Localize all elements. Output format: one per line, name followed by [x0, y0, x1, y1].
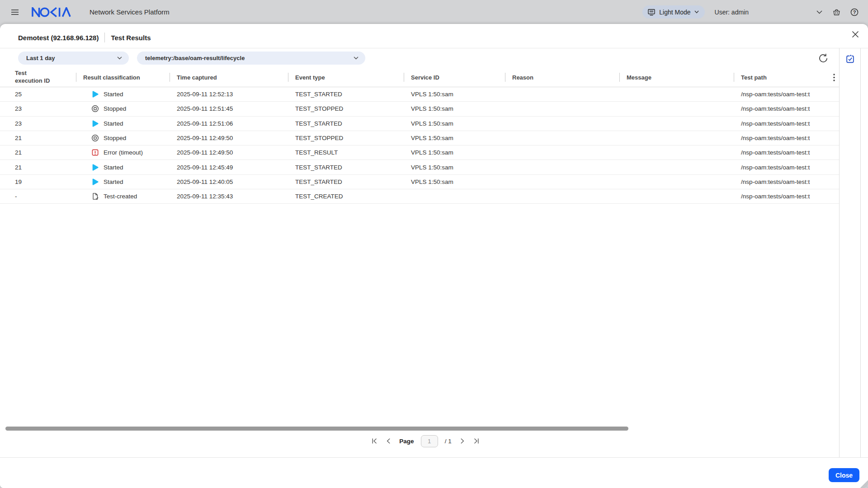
- cell-service-id: [404, 189, 505, 203]
- subscription-select[interactable]: telemetry:/base/oam-result/lifecycle: [137, 52, 365, 65]
- cell-service-id: VPLS 1:50:sam: [404, 160, 505, 174]
- table-row[interactable]: 21Stopped2025-09-11 12:49:50TEST_STOPPED…: [0, 131, 839, 145]
- chevron-down-icon: [117, 56, 122, 60]
- classification-label: Started: [104, 164, 123, 171]
- column-header-event-type[interactable]: Event type: [288, 68, 404, 87]
- stop-circle-icon: [91, 105, 99, 113]
- cell-service-id: VPLS 1:50:sam: [404, 102, 505, 116]
- cell-execution-id: -: [0, 189, 76, 203]
- cell-time-captured: 2025-09-11 12:40:05: [170, 175, 288, 189]
- session-chevron-icon[interactable]: [816, 10, 822, 14]
- cell-classification: Stopped: [76, 131, 170, 145]
- column-header-label: Time captured: [177, 74, 217, 81]
- resize-grip[interactable]: [860, 480, 868, 488]
- cell-time-captured: 2025-09-11 12:51:45: [170, 102, 288, 116]
- cell-event-type: TEST_STARTED: [288, 160, 404, 174]
- classification-label: Test-created: [104, 193, 137, 200]
- cell-test-path: /nsp-oam:tests/oam-test:t: [734, 189, 839, 203]
- test-name-title: Demotest (92.168.96.128): [18, 34, 99, 42]
- column-header-service-id[interactable]: Service ID: [404, 68, 505, 87]
- error-square-icon: [91, 149, 99, 156]
- nokia-logo: [32, 7, 72, 17]
- theme-mode-toggle[interactable]: Light Mode: [642, 5, 704, 19]
- user-label: User: admin: [715, 9, 749, 16]
- cell-service-id: VPLS 1:50:sam: [404, 87, 505, 101]
- cell-message: [619, 87, 734, 101]
- table-row[interactable]: 23Started2025-09-11 12:51:06TEST_STARTED…: [0, 117, 839, 131]
- cell-reason: [505, 131, 619, 145]
- cell-execution-id: 21: [0, 160, 76, 174]
- table-row[interactable]: 25Started2025-09-11 12:52:13TEST_STARTED…: [0, 87, 839, 102]
- column-header-test-execution-id[interactable]: Test execution ID: [0, 68, 76, 87]
- table-row[interactable]: -Test-created2025-09-11 12:35:43TEST_CRE…: [0, 189, 839, 204]
- time-range-select[interactable]: Last 1 day: [18, 52, 129, 65]
- help-icon[interactable]: ?: [850, 8, 859, 17]
- next-page-icon[interactable]: [458, 437, 466, 445]
- cell-reason: [505, 189, 619, 203]
- column-menu-icon[interactable]: [833, 73, 835, 82]
- cell-test-path: /nsp-oam:tests/oam-test:t: [734, 87, 839, 101]
- cell-event-type: TEST_RESULT: [288, 145, 404, 160]
- title-divider: [104, 33, 105, 42]
- cell-execution-id: 25: [0, 87, 76, 101]
- cell-event-type: TEST_STARTED: [288, 117, 404, 131]
- chevron-down-icon: [694, 10, 699, 14]
- cell-service-id: VPLS 1:50:sam: [404, 175, 505, 189]
- basket-icon[interactable]: [832, 8, 841, 16]
- prev-page-icon[interactable]: [385, 437, 392, 445]
- page-input[interactable]: [421, 435, 438, 447]
- first-page-icon[interactable]: [371, 437, 378, 445]
- cell-event-type: TEST_STOPPED: [288, 131, 404, 145]
- view-title: Test Results: [111, 34, 151, 42]
- column-header-test-path[interactable]: Test path: [734, 68, 839, 87]
- last-page-icon[interactable]: [472, 437, 480, 445]
- cell-reason: [505, 145, 619, 160]
- cell-event-type: TEST_CREATED: [288, 189, 404, 203]
- column-header-label: Result classification: [83, 74, 140, 81]
- cell-time-captured: 2025-09-11 12:52:13: [170, 87, 288, 101]
- cell-reason: [505, 87, 619, 101]
- column-header-result-classification[interactable]: Result classification: [76, 68, 170, 87]
- checklist-icon[interactable]: [845, 54, 855, 64]
- close-button[interactable]: Close: [829, 468, 859, 482]
- filter-row: Last 1 day telemetry:/base/oam-result/li…: [18, 52, 365, 65]
- stop-circle-icon: [91, 134, 99, 142]
- subscription-value: telemetry:/base/oam-result/lifecycle: [145, 55, 245, 61]
- cell-execution-id: 21: [0, 131, 76, 145]
- display-icon: [647, 8, 656, 16]
- table-row[interactable]: 21Error (timeout)2025-09-11 12:49:50TEST…: [0, 145, 839, 160]
- cell-event-type: TEST_STARTED: [288, 87, 404, 101]
- dialog-titles: Demotest (92.168.96.128) Test Results: [18, 33, 151, 42]
- cell-time-captured: 2025-09-11 12:51:06: [170, 117, 288, 131]
- cell-classification: Started: [76, 175, 170, 189]
- cell-execution-id: 23: [0, 102, 76, 116]
- cell-event-type: TEST_STOPPED: [288, 102, 404, 116]
- table-row[interactable]: 19Started2025-09-11 12:40:05TEST_STARTED…: [0, 175, 839, 189]
- cell-event-type: TEST_STARTED: [288, 175, 404, 189]
- play-icon: [91, 120, 99, 127]
- cell-test-path: /nsp-oam:tests/oam-test:t: [734, 175, 839, 189]
- dialog-header: Demotest (92.168.96.128) Test Results: [0, 24, 868, 48]
- column-header-reason[interactable]: Reason: [505, 68, 619, 87]
- dialog-footer: Close: [0, 457, 868, 488]
- cell-message: [619, 145, 734, 160]
- column-header-message[interactable]: Message: [619, 68, 734, 87]
- table-row[interactable]: 23Stopped2025-09-11 12:51:45TEST_STOPPED…: [0, 102, 839, 116]
- close-icon[interactable]: [851, 30, 859, 38]
- cell-classification: Started: [76, 160, 170, 174]
- column-header-time-captured[interactable]: Time captured: [170, 68, 288, 87]
- table-row[interactable]: 21Started2025-09-11 12:45:49TEST_STARTED…: [0, 160, 839, 174]
- cell-classification: Test-created: [76, 189, 170, 203]
- cell-test-path: /nsp-oam:tests/oam-test:t: [734, 131, 839, 145]
- refresh-icon[interactable]: [816, 51, 831, 66]
- classification-label: Started: [104, 120, 123, 127]
- menu-icon[interactable]: [11, 9, 19, 15]
- cell-classification: Stopped: [76, 102, 170, 116]
- app-title: Network Services Platform: [90, 8, 170, 16]
- horizontal-scrollbar[interactable]: [5, 427, 628, 431]
- cell-classification: Error (timeout): [76, 145, 170, 160]
- classification-label: Stopped: [104, 105, 126, 112]
- column-header-label: Test path: [741, 74, 767, 81]
- classification-label: Stopped: [104, 135, 126, 141]
- table-body: 25Started2025-09-11 12:52:13TEST_STARTED…: [0, 87, 839, 204]
